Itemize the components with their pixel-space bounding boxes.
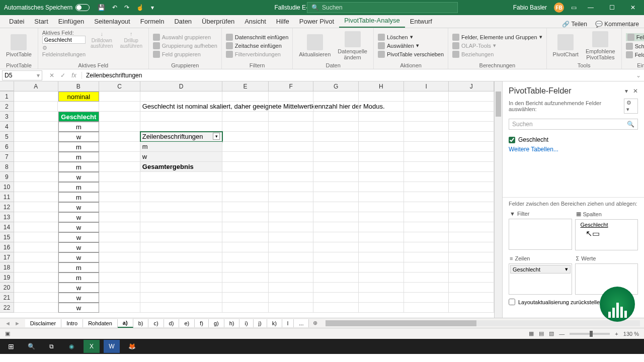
group-selection-button[interactable]: Auswahl gruppieren [153,34,217,41]
cell-I15[interactable] [404,232,449,242]
cell-C6[interactable] [99,142,140,152]
cell-E6[interactable] [222,142,269,152]
cell-I9[interactable] [404,172,449,182]
zoom-slider[interactable] [570,333,610,335]
cell-F2[interactable] [269,102,314,112]
cell-E12[interactable] [222,202,269,212]
move-pt-button[interactable]: PivotTable verschieben [378,51,444,58]
fields-items-button[interactable]: Felder, Elemente und Gruppen ▾ [452,34,542,41]
cell-G7[interactable] [313,152,359,162]
row-header-3[interactable]: 3 [0,112,14,122]
cell-A15[interactable] [14,232,58,242]
cell-B8[interactable]: m [58,162,100,172]
cell-G21[interactable] [313,293,359,303]
cell-F15[interactable] [269,232,314,242]
row-header-6[interactable]: 6 [0,142,14,152]
relations-button[interactable]: Beziehungen [452,51,542,58]
row-header-8[interactable]: 8 [0,162,14,172]
cell-D15[interactable] [140,232,222,242]
cell-F8[interactable] [269,162,314,172]
sheet-tab-...[interactable]: ... [294,319,309,327]
cell-D18[interactable] [140,262,222,273]
cell-C19[interactable] [99,273,140,283]
cell-G6[interactable] [313,142,359,152]
filter-area[interactable] [509,219,572,250]
cell-I18[interactable] [404,262,449,273]
cell-B19[interactable]: m [58,273,100,283]
cell-H2[interactable] [359,102,404,112]
timeline-button[interactable]: Zeitachse einfügen [226,42,288,49]
ribbon-tab-ansicht[interactable]: Ansicht [239,15,271,28]
cell-A13[interactable] [14,212,58,222]
cell-B11[interactable]: m [58,192,100,202]
ribbon-tab-start[interactable]: Start [29,15,53,28]
cell-I20[interactable] [404,283,449,293]
worksheet-grid[interactable]: ABCDEFGHIJ1nominal2Geschlecht ist nomina… [0,81,494,318]
cell-F12[interactable] [269,202,314,212]
panel-menu-icon[interactable]: ▾ [625,87,628,95]
row-header-2[interactable]: 2 [0,102,14,112]
cell-A18[interactable] [14,262,58,273]
cell-C14[interactable] [99,222,140,232]
cell-F7[interactable] [269,152,314,162]
cell-C1[interactable] [99,92,140,102]
cell-D13[interactable] [140,212,222,222]
name-box[interactable]: D5▾ [2,70,42,80]
cell-E21[interactable] [222,293,269,303]
cell-H5[interactable] [359,132,404,142]
task-view-icon[interactable]: ⧉ [43,340,59,353]
cancel-formula-icon[interactable]: ✕ [47,72,56,79]
app-icon-1[interactable]: ◉ [63,340,79,353]
cell-J5[interactable] [449,132,494,142]
cell-E8[interactable] [222,162,269,172]
fx-icon[interactable]: fx [69,72,78,79]
refresh-button[interactable]: Aktualisieren [297,33,333,58]
cell-D9[interactable] [140,172,222,182]
share-button[interactable]: 🔗 Teilen [562,21,587,28]
cell-E18[interactable] [222,262,269,273]
cell-H12[interactable] [359,202,404,212]
filter-conn-button[interactable]: Filterverbindungen [226,51,288,58]
cell-G22[interactable] [313,303,359,313]
olap-button[interactable]: OLAP-Tools ▾ [452,42,542,49]
row-header-10[interactable]: 10 [0,182,14,192]
cell-B14[interactable]: w [58,222,100,232]
cell-F18[interactable] [269,262,314,273]
cell-B9[interactable]: w [58,172,100,182]
pivotchart-button[interactable]: PivotChart [551,33,581,58]
cell-G12[interactable] [313,202,359,212]
cell-C22[interactable] [99,303,140,313]
enter-formula-icon[interactable]: ✓ [58,72,67,79]
search-taskbar-icon[interactable]: 🔍 [23,340,39,353]
cell-A16[interactable] [14,242,58,252]
cell-B13[interactable]: w [58,212,100,222]
cell-I4[interactable] [404,122,449,132]
cell-B5[interactable]: w [58,132,100,142]
sheet-tab-k)[interactable]: k) [267,319,282,327]
cell-J10[interactable] [449,182,494,192]
cell-A7[interactable] [14,152,58,162]
fieldlist-button[interactable]: Feldliste [626,33,644,41]
page-layout-icon[interactable]: ▤ [539,330,544,337]
cell-H11[interactable] [359,192,404,202]
cell-C10[interactable] [99,182,140,192]
drilldown-button[interactable]: ↓Drilldown ausführen [89,30,115,57]
select-all-corner[interactable] [0,81,14,91]
zoom-level[interactable]: 130 % [623,331,639,337]
word-taskbar-icon[interactable]: W [104,340,120,353]
cell-G5[interactable] [313,132,359,142]
cell-I3[interactable] [404,112,449,122]
cell-H1[interactable] [359,92,404,102]
cell-F9[interactable] [269,172,314,182]
more-tables-link[interactable]: Weitere Tabellen... [509,145,638,154]
group-field-button[interactable]: Feld gruppieren [153,51,217,58]
rows-item-geschlecht[interactable]: Geschlecht▾ [510,265,571,274]
cell-A3[interactable] [14,112,58,122]
cell-J6[interactable] [449,142,494,152]
sheet-tab-g)[interactable]: g) [209,319,224,327]
cell-H22[interactable] [359,303,404,313]
cell-E16[interactable] [222,242,269,252]
save-icon[interactable]: 💾 [98,4,105,11]
row-header-18[interactable]: 18 [0,262,14,273]
cell-A1[interactable] [14,92,58,102]
